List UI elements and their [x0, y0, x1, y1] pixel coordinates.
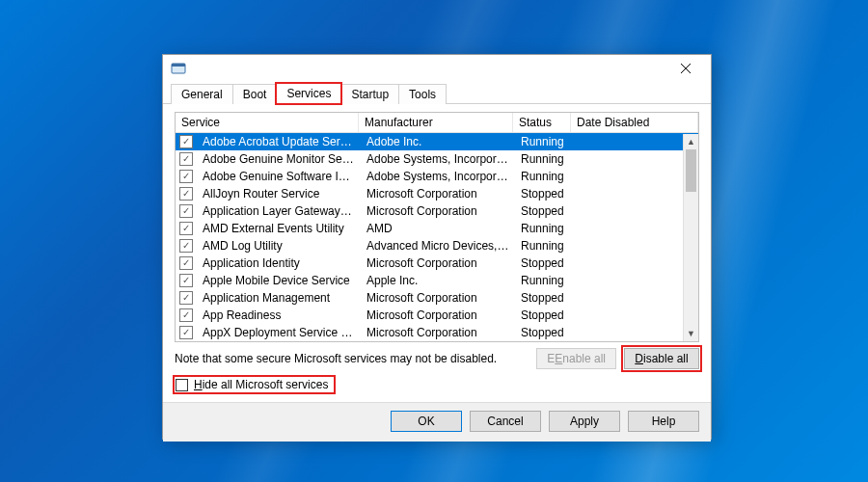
- scrollbar[interactable]: ▲ ▼: [683, 134, 698, 341]
- cell-date_disabled: [573, 330, 650, 335]
- cell-manufacturer: AMD: [361, 219, 515, 238]
- tab-boot[interactable]: Boot: [232, 84, 278, 104]
- tab-services[interactable]: Services: [276, 83, 341, 104]
- hide-ms-services-row[interactable]: Hide all Microsoft services: [175, 377, 334, 392]
- cell-manufacturer: Microsoft Corporation: [361, 254, 515, 273]
- cell-service: AMD Log Utility: [197, 236, 361, 255]
- cell-date_disabled: [573, 260, 650, 266]
- scroll-up-icon[interactable]: ▲: [684, 134, 698, 149]
- table-row[interactable]: ✓App ReadinessMicrosoft CorporationStopp…: [176, 307, 698, 324]
- cell-status: Running: [515, 271, 573, 290]
- row-checkbox[interactable]: ✓: [179, 170, 193, 183]
- cell-date_disabled: [573, 191, 650, 197]
- scroll-thumb[interactable]: [686, 149, 696, 192]
- cell-date_disabled: [573, 278, 650, 283]
- table-row[interactable]: ✓AMD External Events UtilityAMDRunning: [176, 220, 698, 237]
- cell-status: Stopped: [515, 323, 573, 341]
- cell-status: Stopped: [515, 254, 573, 273]
- row-checkbox[interactable]: ✓: [179, 308, 193, 322]
- col-status[interactable]: Status: [513, 113, 571, 132]
- close-icon: [681, 64, 691, 73]
- cell-manufacturer: Adobe Systems, Incorpora...: [361, 149, 515, 169]
- services-list[interactable]: Service Manufacturer Status Date Disable…: [175, 112, 699, 342]
- row-checkbox[interactable]: ✓: [179, 256, 193, 270]
- tab-tools[interactable]: Tools: [398, 84, 447, 104]
- cell-manufacturer: Microsoft Corporation: [361, 306, 515, 325]
- cell-date_disabled: [573, 139, 650, 145]
- cell-service: Adobe Genuine Software Integri...: [197, 167, 361, 186]
- row-checkbox[interactable]: ✓: [179, 326, 193, 339]
- cell-manufacturer: Apple Inc.: [361, 271, 515, 290]
- table-row[interactable]: ✓Application Layer Gateway ServiceMicros…: [176, 202, 698, 220]
- titlebar: [163, 55, 711, 82]
- row-checkbox[interactable]: ✓: [179, 239, 193, 253]
- cancel-button[interactable]: Cancel: [470, 411, 541, 432]
- table-row[interactable]: ✓AppX Deployment Service (AppX...Microso…: [176, 324, 698, 341]
- cell-manufacturer: Microsoft Corporation: [361, 288, 515, 308]
- hide-ms-services-label: Hide all Microsoft services: [194, 378, 328, 391]
- scroll-track[interactable]: [684, 149, 698, 326]
- tab-startup[interactable]: Startup: [340, 84, 399, 104]
- apply-button[interactable]: Apply: [549, 411, 620, 432]
- services-tabpage: Service Manufacturer Status Date Disable…: [163, 104, 711, 402]
- cell-date_disabled: [573, 174, 650, 179]
- cell-status: Stopped: [515, 306, 573, 325]
- table-row[interactable]: ✓Adobe Genuine Software Integri...Adobe …: [176, 168, 698, 185]
- cell-manufacturer: Microsoft Corporation: [361, 323, 515, 341]
- table-row[interactable]: ✓Adobe Acrobat Update ServiceAdobe Inc.R…: [176, 133, 698, 150]
- cell-service: AppX Deployment Service (AppX...: [197, 323, 361, 341]
- row-checkbox[interactable]: ✓: [179, 187, 193, 201]
- cell-date_disabled: [573, 226, 650, 231]
- cell-manufacturer: Microsoft Corporation: [361, 201, 515, 221]
- row-checkbox[interactable]: ✓: [179, 291, 193, 305]
- row-checkbox[interactable]: ✓: [179, 152, 193, 166]
- table-row[interactable]: ✓AMD Log UtilityAdvanced Micro Devices, …: [176, 237, 698, 254]
- cell-manufacturer: Advanced Micro Devices, I...: [361, 236, 515, 255]
- cell-manufacturer: Microsoft Corporation: [361, 184, 515, 203]
- cell-service: Adobe Genuine Monitor Service: [197, 149, 361, 169]
- cell-service: AMD External Events Utility: [197, 219, 361, 238]
- cell-status: Stopped: [515, 184, 573, 203]
- scroll-down-icon[interactable]: ▼: [684, 326, 698, 341]
- dialog-button-row: OK Cancel Apply Help: [163, 402, 711, 442]
- ok-button[interactable]: OK: [391, 411, 462, 432]
- cell-status: Running: [515, 219, 573, 238]
- tab-strip: General Boot Services Startup Tools: [163, 82, 711, 104]
- under-list-row: Note that some secure Microsoft services…: [175, 348, 699, 369]
- close-button[interactable]: [665, 55, 707, 82]
- cell-service: Apple Mobile Device Service: [197, 271, 361, 290]
- row-checkbox[interactable]: ✓: [179, 204, 193, 218]
- app-icon: [171, 61, 186, 76]
- msconfig-dialog: General Boot Services Startup Tools Serv…: [162, 54, 712, 440]
- cell-date_disabled: [573, 208, 650, 214]
- cell-status: Stopped: [515, 201, 573, 221]
- list-body: ✓Adobe Acrobat Update ServiceAdobe Inc.R…: [176, 133, 698, 341]
- col-date-disabled[interactable]: Date Disabled: [571, 113, 698, 132]
- cell-service: App Readiness: [197, 306, 361, 325]
- disable-all-button[interactable]: Disable all: [624, 348, 699, 369]
- svg-rect-1: [172, 64, 185, 67]
- cell-manufacturer: Adobe Systems, Incorpora...: [361, 167, 515, 186]
- cell-date_disabled: [573, 312, 650, 318]
- cell-status: Stopped: [515, 288, 573, 308]
- cell-date_disabled: [573, 243, 650, 249]
- table-row[interactable]: ✓AllJoyn Router ServiceMicrosoft Corpora…: [176, 185, 698, 202]
- row-checkbox[interactable]: ✓: [179, 274, 193, 287]
- help-button[interactable]: Help: [628, 411, 699, 432]
- cell-date_disabled: [573, 295, 650, 301]
- cell-status: Running: [515, 167, 573, 186]
- table-row[interactable]: ✓Application IdentityMicrosoft Corporati…: [176, 254, 698, 272]
- row-checkbox[interactable]: ✓: [179, 135, 193, 148]
- col-manufacturer[interactable]: Manufacturer: [359, 113, 513, 132]
- table-row[interactable]: ✓Application ManagementMicrosoft Corpora…: [176, 289, 698, 307]
- row-checkbox[interactable]: ✓: [179, 222, 193, 235]
- cell-date_disabled: [573, 156, 650, 162]
- table-row[interactable]: ✓Apple Mobile Device ServiceApple Inc.Ru…: [176, 272, 698, 289]
- cell-service: Application Layer Gateway Service: [197, 201, 361, 221]
- hide-ms-services-checkbox[interactable]: [176, 379, 188, 391]
- cell-service: Application Management: [197, 288, 361, 308]
- table-row[interactable]: ✓Adobe Genuine Monitor ServiceAdobe Syst…: [176, 150, 698, 168]
- col-service[interactable]: Service: [176, 113, 359, 132]
- tab-general[interactable]: General: [171, 84, 233, 104]
- enable-all-button[interactable]: EEnable all: [536, 348, 616, 369]
